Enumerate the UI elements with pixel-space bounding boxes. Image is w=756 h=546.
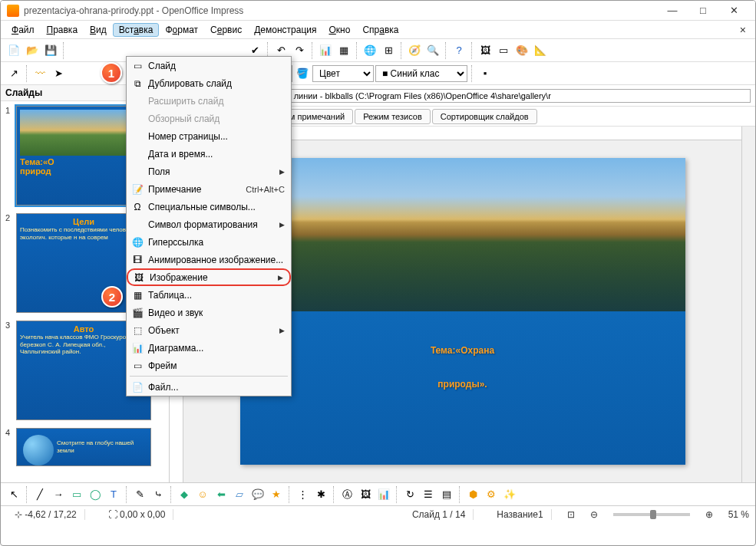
menu-file[interactable]: Файл [5, 23, 41, 37]
layout-icon[interactable]: 📐 [532, 42, 549, 59]
toolbar-standard: 📄 📂 💾 ✔ ↶ ↷ 📊 ▦ 🌐 ⊞ 🧭 🔍 ? 🖼 ▭ 🎨 📐 [1, 39, 755, 62]
window-title: prezentaciya-ohrana-prirody.ppt - OpenOf… [24, 5, 657, 16]
animation-icon[interactable]: ✨ [501, 486, 518, 503]
menu-item-фрейм[interactable]: ▭Фрейм [127, 357, 291, 374]
fill-color-select[interactable]: ■ Синий клас [375, 65, 467, 82]
callout-1: 1 [101, 62, 122, 84]
design-icon[interactable]: 🎨 [513, 42, 530, 59]
ellipse-icon[interactable]: ◯ [87, 486, 104, 503]
menu-slideshow[interactable]: Демонстрация [248, 23, 322, 37]
save-icon[interactable]: 💾 [42, 42, 59, 59]
current-slide[interactable]: Тема:«Охрана природы». [240, 158, 685, 465]
help-icon[interactable]: ? [451, 42, 467, 59]
maximize-button[interactable]: □ [688, 5, 718, 16]
fontwork-icon[interactable]: Ⓐ [338, 486, 355, 503]
menu-item-поля[interactable]: Поля▶ [127, 163, 291, 180]
flowchart-icon[interactable]: ▱ [231, 486, 248, 503]
zoom-value[interactable]: 51 % [728, 509, 749, 520]
menu-item-изображение[interactable]: 🖼Изображение▶ [127, 268, 291, 286]
menu-item-примечание[interactable]: 📝ПримечаниеCtrl+Alt+C [127, 180, 291, 198]
menu-window[interactable]: Окно [323, 23, 357, 37]
extrusion-icon[interactable]: ⬢ [464, 486, 481, 503]
insert-icon[interactable]: 📊 [375, 486, 392, 503]
menu-item-номер-страницы-[interactable]: Номер страницы... [127, 127, 291, 145]
fill-type-select[interactable]: Цвет [312, 65, 374, 82]
status-coord: ⊹ -4,62 / 17,22 [7, 509, 85, 520]
slide-title: Тема:«Охрана природы». [240, 311, 685, 410]
arrange-icon[interactable]: ▤ [438, 486, 455, 503]
drawing-toolbar: ↖ ╱ → ▭ ◯ T ✎ ⤷ ◆ ☺ ⬅ ▱ 💬 ★ ⋮ ✱ Ⓐ 🖼 📊 ↻ … [1, 482, 755, 505]
menu-item-анимированное-изображение-[interactable]: 🎞Анимированное изображение... [127, 251, 291, 268]
menu-item-видео-и-звук[interactable]: 🎬Видео и звук [127, 304, 291, 321]
menu-item-файл-[interactable]: 📄Файл... [127, 378, 291, 396]
text-icon[interactable]: T [105, 486, 122, 503]
redo-icon[interactable]: ↷ [291, 42, 308, 59]
select-icon[interactable]: ↖ [5, 486, 22, 503]
arrow-line-icon[interactable]: → [50, 486, 67, 503]
tab-handout[interactable]: Режим тезисов [355, 109, 431, 124]
menu-item-диаграмма-[interactable]: 📊Диаграмма... [127, 339, 291, 357]
line-style-icon[interactable]: 〰 [31, 65, 48, 82]
zoom-fit-icon[interactable]: ⊡ [567, 509, 575, 520]
menu-edit[interactable]: Правка [41, 23, 84, 37]
menu-view[interactable]: Вид [84, 23, 113, 37]
line-icon[interactable]: ╱ [31, 486, 48, 503]
zoom-slider[interactable] [613, 513, 690, 516]
points-icon[interactable]: ⋮ [294, 486, 311, 503]
shapes-icon[interactable]: ◆ [176, 486, 193, 503]
menu-help[interactable]: Справка [356, 23, 404, 37]
slide-thumb-4[interactable]: Смотрите на глобус нашей земли [16, 428, 151, 466]
menu-item-гиперссылка[interactable]: 🌐Гиперссылка [127, 233, 291, 251]
callout-2: 2 [101, 286, 123, 308]
close-document-button[interactable]: × [735, 24, 751, 36]
tab-sorter[interactable]: Сортировщик слайдов [432, 109, 537, 124]
chart-icon[interactable]: 📊 [317, 42, 334, 59]
menu-item-специальные-символы-[interactable]: ΩСпециальные символы... [127, 198, 291, 215]
grid-icon[interactable]: ⊞ [380, 42, 397, 59]
menu-tools[interactable]: Сервис [204, 23, 248, 37]
zoom-out-icon[interactable]: ⊖ [590, 509, 598, 520]
omega-icon: Ω [130, 201, 145, 213]
statusbar: ⊹ -4,62 / 17,22 ⛶ 0,00 x 0,00 Слайд 1 / … [1, 505, 755, 522]
hyperlink-icon[interactable]: 🌐 [361, 42, 378, 59]
menu-item-дублировать-слайд[interactable]: ⧉Дублировать слайд [127, 74, 291, 92]
gallery-icon[interactable]: 🖼 [477, 42, 494, 59]
close-button[interactable]: ✕ [718, 5, 749, 16]
menu-item-таблица-[interactable]: ▦Таблица... [127, 286, 291, 304]
symbol-shapes-icon[interactable]: ☺ [194, 486, 211, 503]
from-file-icon[interactable]: 🖼 [357, 486, 374, 503]
rotate-icon[interactable]: ↻ [401, 486, 418, 503]
stars-icon[interactable]: ★ [268, 486, 285, 503]
navigator-icon[interactable]: 🧭 [406, 42, 423, 59]
insert-menu-dropdown: ▭Слайд⧉Дублировать слайдРасширить слайдО… [126, 56, 292, 396]
arrow-icon[interactable]: ↗ [5, 65, 22, 82]
fill-icon[interactable]: 🪣 [294, 65, 311, 82]
callout-icon[interactable]: 💬 [249, 486, 266, 503]
menu-item-символ-форматирования[interactable]: Символ форматирования▶ [127, 215, 291, 233]
zoom-in-icon[interactable]: ⊕ [705, 509, 713, 520]
zoom-icon[interactable]: 🔍 [424, 42, 441, 59]
arrow-style-icon[interactable]: ➤ [50, 65, 67, 82]
file-icon: 📄 [130, 381, 145, 393]
rect-icon[interactable]: ▭ [68, 486, 85, 503]
shadow-icon[interactable]: ▪ [477, 65, 494, 82]
menu-format[interactable]: Формат [159, 23, 204, 37]
table-icon[interactable]: ▦ [335, 42, 352, 59]
align-icon[interactable]: ☰ [420, 486, 437, 503]
curve-icon[interactable]: ✎ [131, 486, 148, 503]
glue-icon[interactable]: ✱ [312, 486, 329, 503]
slide-icon[interactable]: ▭ [495, 42, 512, 59]
connector-icon[interactable]: ⤷ [150, 486, 167, 503]
interaction-icon[interactable]: ⚙ [483, 486, 500, 503]
menu-insert[interactable]: Вставка [113, 23, 160, 37]
slide-image [240, 158, 685, 311]
open-icon[interactable]: 📂 [24, 42, 41, 59]
menu-item-объект[interactable]: ⬚Объект▶ [127, 321, 291, 339]
menu-item-дата-и-время-[interactable]: Дата и время... [127, 145, 291, 163]
minimize-button[interactable]: — [657, 5, 688, 16]
menu-item-слайд[interactable]: ▭Слайд [127, 57, 291, 74]
new-icon[interactable]: 📄 [5, 42, 22, 59]
block-arrows-icon[interactable]: ⬅ [213, 486, 229, 503]
scrollbar-vertical[interactable] [741, 127, 755, 482]
dup-icon: ⧉ [130, 77, 145, 90]
